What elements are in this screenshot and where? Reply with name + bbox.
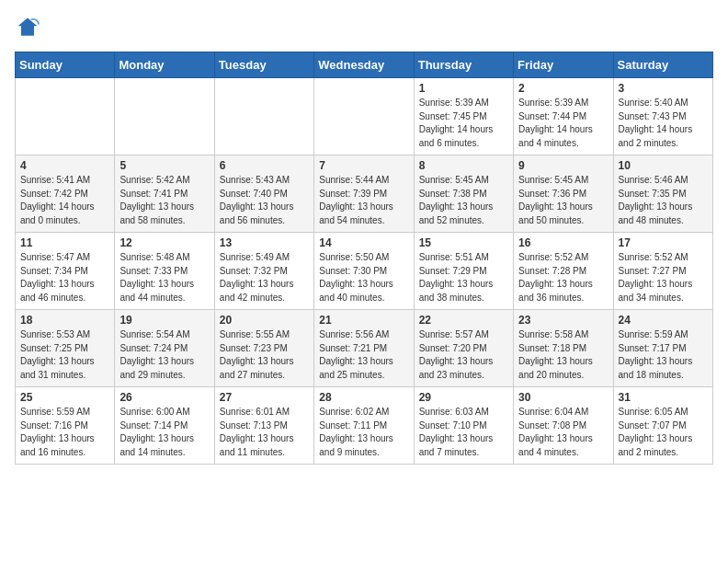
calendar-cell: 9Sunrise: 5:45 AMSunset: 7:36 PMDaylight… — [514, 155, 613, 233]
calendar-cell: 17Sunrise: 5:52 AMSunset: 7:27 PMDayligh… — [613, 233, 712, 310]
day-number: 17 — [619, 236, 708, 249]
day-number: 24 — [619, 314, 708, 327]
calendar-table: SundayMondayTuesdayWednesdayThursdayFrid… — [15, 52, 713, 465]
day-number: 4 — [20, 159, 109, 172]
day-info: Sunrise: 5:58 AMSunset: 7:18 PMDaylight:… — [518, 328, 608, 382]
day-info: Sunrise: 5:40 AMSunset: 7:43 PMDaylight:… — [619, 97, 708, 150]
calendar-cell — [314, 78, 414, 155]
calendar-week-5: 25Sunrise: 5:59 AMSunset: 7:16 PMDayligh… — [16, 387, 713, 465]
day-info: Sunrise: 5:44 AMSunset: 7:39 PMDaylight:… — [319, 174, 408, 227]
day-info: Sunrise: 5:51 AMSunset: 7:29 PMDaylight:… — [419, 251, 508, 304]
day-info: Sunrise: 6:01 AMSunset: 7:13 PMDaylight:… — [220, 406, 309, 459]
calendar-cell: 22Sunrise: 5:57 AMSunset: 7:20 PMDayligh… — [414, 310, 513, 387]
calendar-cell: 20Sunrise: 5:55 AMSunset: 7:23 PMDayligh… — [214, 310, 313, 387]
calendar-week-3: 11Sunrise: 5:47 AMSunset: 7:34 PMDayligh… — [16, 233, 713, 310]
calendar-cell — [16, 78, 115, 155]
calendar-cell — [214, 78, 313, 155]
weekday-header-tuesday: Tuesday — [214, 52, 313, 78]
weekday-header-saturday: Saturday — [613, 52, 712, 78]
calendar-cell: 11Sunrise: 5:47 AMSunset: 7:34 PMDayligh… — [16, 233, 115, 310]
calendar-cell: 13Sunrise: 5:49 AMSunset: 7:32 PMDayligh… — [214, 233, 313, 310]
day-info: Sunrise: 5:46 AMSunset: 7:35 PMDaylight:… — [619, 174, 708, 227]
day-info: Sunrise: 5:39 AMSunset: 7:44 PMDaylight:… — [518, 97, 608, 150]
day-number: 25 — [20, 391, 109, 404]
day-info: Sunrise: 5:49 AMSunset: 7:32 PMDaylight:… — [220, 251, 309, 304]
calendar-cell: 24Sunrise: 5:59 AMSunset: 7:17 PMDayligh… — [613, 310, 712, 387]
day-number: 23 — [518, 314, 608, 327]
day-number: 7 — [319, 159, 408, 172]
day-info: Sunrise: 5:48 AMSunset: 7:33 PMDaylight:… — [119, 251, 209, 304]
calendar-cell: 26Sunrise: 6:00 AMSunset: 7:14 PMDayligh… — [115, 387, 214, 465]
day-number: 16 — [518, 236, 608, 249]
weekday-header-thursday: Thursday — [414, 52, 513, 78]
calendar-cell: 29Sunrise: 6:03 AMSunset: 7:10 PMDayligh… — [414, 387, 513, 465]
day-number: 31 — [619, 391, 708, 404]
calendar-cell: 30Sunrise: 6:04 AMSunset: 7:08 PMDayligh… — [514, 387, 613, 465]
calendar-cell: 8Sunrise: 5:45 AMSunset: 7:38 PMDaylight… — [414, 155, 513, 233]
calendar-cell: 28Sunrise: 6:02 AMSunset: 7:11 PMDayligh… — [314, 387, 414, 465]
day-info: Sunrise: 6:05 AMSunset: 7:07 PMDaylight:… — [619, 406, 708, 459]
calendar-week-2: 4Sunrise: 5:41 AMSunset: 7:42 PMDaylight… — [16, 155, 713, 233]
day-info: Sunrise: 5:52 AMSunset: 7:27 PMDaylight:… — [619, 251, 708, 304]
day-info: Sunrise: 5:47 AMSunset: 7:34 PMDaylight:… — [20, 251, 109, 304]
calendar-cell: 21Sunrise: 5:56 AMSunset: 7:21 PMDayligh… — [314, 310, 414, 387]
weekday-header-monday: Monday — [115, 52, 214, 78]
day-number: 27 — [220, 391, 309, 404]
day-info: Sunrise: 6:04 AMSunset: 7:08 PMDaylight:… — [518, 406, 608, 459]
calendar-cell: 2Sunrise: 5:39 AMSunset: 7:44 PMDaylight… — [514, 78, 613, 155]
day-number: 13 — [220, 236, 309, 249]
day-info: Sunrise: 5:53 AMSunset: 7:25 PMDaylight:… — [20, 328, 109, 382]
calendar-cell: 1Sunrise: 5:39 AMSunset: 7:45 PMDaylight… — [414, 78, 513, 155]
calendar-cell: 18Sunrise: 5:53 AMSunset: 7:25 PMDayligh… — [16, 310, 115, 387]
svg-marker-0 — [18, 18, 38, 36]
page-header — [15, 15, 713, 40]
day-number: 20 — [220, 314, 309, 327]
calendar-cell: 27Sunrise: 6:01 AMSunset: 7:13 PMDayligh… — [214, 387, 313, 465]
calendar-cell: 16Sunrise: 5:52 AMSunset: 7:28 PMDayligh… — [514, 233, 613, 310]
calendar-cell: 12Sunrise: 5:48 AMSunset: 7:33 PMDayligh… — [115, 233, 214, 310]
day-info: Sunrise: 5:55 AMSunset: 7:23 PMDaylight:… — [220, 328, 309, 382]
day-number: 26 — [119, 391, 209, 404]
day-info: Sunrise: 5:54 AMSunset: 7:24 PMDaylight:… — [119, 328, 209, 382]
calendar-cell: 19Sunrise: 5:54 AMSunset: 7:24 PMDayligh… — [115, 310, 214, 387]
day-info: Sunrise: 5:50 AMSunset: 7:30 PMDaylight:… — [319, 251, 408, 304]
day-number: 19 — [119, 314, 209, 327]
calendar-cell: 10Sunrise: 5:46 AMSunset: 7:35 PMDayligh… — [613, 155, 712, 233]
calendar-cell: 6Sunrise: 5:43 AMSunset: 7:40 PMDaylight… — [214, 155, 313, 233]
day-number: 10 — [619, 159, 708, 172]
calendar-cell: 25Sunrise: 5:59 AMSunset: 7:16 PMDayligh… — [16, 387, 115, 465]
weekday-header-row: SundayMondayTuesdayWednesdayThursdayFrid… — [16, 52, 713, 78]
day-number: 8 — [419, 159, 508, 172]
calendar-cell: 7Sunrise: 5:44 AMSunset: 7:39 PMDaylight… — [314, 155, 414, 233]
weekday-header-sunday: Sunday — [16, 52, 115, 78]
weekday-header-friday: Friday — [514, 52, 613, 78]
day-info: Sunrise: 5:59 AMSunset: 7:16 PMDaylight:… — [20, 406, 109, 459]
calendar-cell: 5Sunrise: 5:42 AMSunset: 7:41 PMDaylight… — [115, 155, 214, 233]
day-number: 2 — [518, 82, 608, 95]
day-number: 6 — [220, 159, 309, 172]
logo-icon — [15, 15, 40, 40]
day-info: Sunrise: 6:02 AMSunset: 7:11 PMDaylight:… — [319, 406, 408, 459]
calendar-cell — [115, 78, 214, 155]
day-info: Sunrise: 6:00 AMSunset: 7:14 PMDaylight:… — [119, 406, 209, 459]
calendar-week-4: 18Sunrise: 5:53 AMSunset: 7:25 PMDayligh… — [16, 310, 713, 387]
day-number: 30 — [518, 391, 608, 404]
day-info: Sunrise: 5:45 AMSunset: 7:38 PMDaylight:… — [419, 174, 508, 227]
day-info: Sunrise: 5:42 AMSunset: 7:41 PMDaylight:… — [119, 174, 209, 227]
day-number: 5 — [119, 159, 209, 172]
day-info: Sunrise: 5:59 AMSunset: 7:17 PMDaylight:… — [619, 328, 708, 382]
calendar-cell: 15Sunrise: 5:51 AMSunset: 7:29 PMDayligh… — [414, 233, 513, 310]
day-info: Sunrise: 5:45 AMSunset: 7:36 PMDaylight:… — [518, 174, 608, 227]
day-number: 28 — [319, 391, 408, 404]
day-number: 21 — [319, 314, 408, 327]
calendar-cell: 14Sunrise: 5:50 AMSunset: 7:30 PMDayligh… — [314, 233, 414, 310]
day-number: 18 — [20, 314, 109, 327]
day-number: 29 — [419, 391, 508, 404]
day-info: Sunrise: 5:41 AMSunset: 7:42 PMDaylight:… — [20, 174, 109, 227]
day-info: Sunrise: 5:57 AMSunset: 7:20 PMDaylight:… — [419, 328, 508, 382]
calendar-cell: 3Sunrise: 5:40 AMSunset: 7:43 PMDaylight… — [613, 78, 712, 155]
day-number: 3 — [619, 82, 708, 95]
calendar-week-1: 1Sunrise: 5:39 AMSunset: 7:45 PMDaylight… — [16, 78, 713, 155]
calendar-cell: 31Sunrise: 6:05 AMSunset: 7:07 PMDayligh… — [613, 387, 712, 465]
day-number: 1 — [419, 82, 508, 95]
